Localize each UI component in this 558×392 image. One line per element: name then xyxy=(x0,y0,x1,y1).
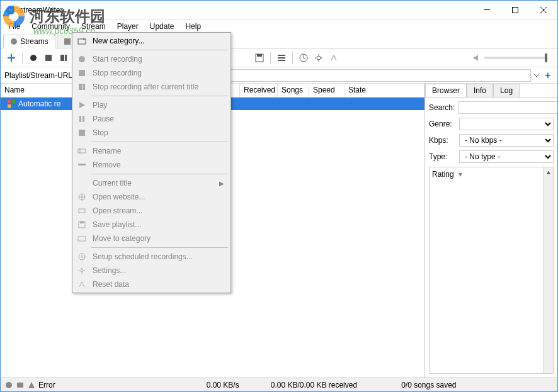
kbps-select[interactable]: - No kbps - xyxy=(459,134,554,147)
cm-stop-after[interactable]: Stop recording after current title xyxy=(74,80,229,94)
svg-rect-4 xyxy=(64,38,71,45)
schedule-button[interactable] xyxy=(297,51,310,65)
menu-update[interactable]: Update xyxy=(145,21,179,32)
gear-icon xyxy=(77,266,87,276)
row-name: Automatic re xyxy=(18,99,60,108)
close-button[interactable] xyxy=(529,1,557,19)
maximize-button[interactable] xyxy=(501,1,529,19)
svg-rect-34 xyxy=(79,209,85,213)
stop-icon xyxy=(77,128,87,138)
svg-rect-24 xyxy=(79,70,85,76)
add-button[interactable] xyxy=(4,51,18,65)
side-tab-info[interactable]: Info xyxy=(467,84,493,97)
record-button[interactable] xyxy=(26,51,40,65)
cm-reset[interactable]: Reset data xyxy=(74,277,229,291)
menu-file[interactable]: File xyxy=(3,21,25,32)
url-add-button[interactable]: + xyxy=(542,70,554,81)
status-icon-2 xyxy=(16,381,25,389)
window-title: streamWriter xyxy=(20,6,472,14)
app-icon xyxy=(6,5,16,15)
cm-new-category[interactable]: New category... xyxy=(74,34,229,48)
rating-label: Rating xyxy=(432,170,454,179)
toolbar-separator xyxy=(22,52,23,64)
record-icon xyxy=(77,54,87,64)
scroll-up-icon[interactable]: ▴ xyxy=(544,167,553,176)
svg-rect-29 xyxy=(79,130,85,136)
menubar: File Community Stream Player Update Help xyxy=(1,20,557,33)
svg-rect-17 xyxy=(12,100,15,103)
cm-stop-recording[interactable]: Stop recording xyxy=(74,66,229,80)
toolbar-separator xyxy=(270,52,271,64)
genre-label: Genre: xyxy=(429,120,455,128)
svg-point-20 xyxy=(6,382,12,388)
cm-move-category[interactable]: Move to category xyxy=(74,232,229,245)
col-songs[interactable]: Songs xyxy=(278,84,309,97)
volume-icon xyxy=(473,54,483,62)
cm-save-playlist[interactable]: Save playlist... xyxy=(74,218,229,232)
rename-icon xyxy=(77,146,87,156)
svg-point-39 xyxy=(81,269,83,272)
stop-rec-button[interactable] xyxy=(42,51,55,65)
rating-scrollbar[interactable]: ▴ xyxy=(543,167,553,373)
tab-streams-label: Streams xyxy=(20,37,48,46)
cm-settings[interactable]: Settings... xyxy=(74,264,229,277)
svg-rect-25 xyxy=(79,84,83,90)
svg-rect-10 xyxy=(257,54,262,57)
svg-rect-27 xyxy=(79,116,81,122)
remove-icon xyxy=(77,160,87,170)
toolbar-separator xyxy=(292,52,293,64)
playlist-button[interactable] xyxy=(275,51,288,65)
recordings-tab-icon xyxy=(64,38,71,45)
titlebar: streamWriter xyxy=(1,1,557,20)
reset-icon xyxy=(77,279,87,289)
svg-rect-26 xyxy=(83,84,85,90)
side-tab-log[interactable]: Log xyxy=(493,84,520,97)
cm-open-website[interactable]: Open website... xyxy=(74,190,229,204)
save-icon xyxy=(77,220,87,230)
cm-current-title[interactable]: Current title ▶ xyxy=(74,176,229,190)
cm-rename[interactable]: Rename xyxy=(74,144,229,158)
stop-after-button[interactable] xyxy=(57,51,71,65)
svg-point-15 xyxy=(317,56,321,60)
svg-rect-8 xyxy=(65,55,67,61)
svg-rect-1 xyxy=(484,9,490,10)
stream-icon xyxy=(77,206,87,216)
svg-rect-28 xyxy=(83,116,84,122)
menu-help[interactable]: Help xyxy=(180,21,206,32)
rating-dropdown-icon[interactable]: ▾ xyxy=(458,170,462,179)
save-button[interactable] xyxy=(253,51,266,65)
menu-player[interactable]: Player xyxy=(112,21,144,32)
tab-streams[interactable]: Streams xyxy=(3,35,55,48)
settings-button[interactable] xyxy=(312,51,326,65)
svg-rect-12 xyxy=(278,57,285,59)
cm-stop[interactable]: Stop xyxy=(74,126,229,140)
cm-play[interactable]: Play xyxy=(74,98,229,112)
rating-box: Rating ▾ ▴ xyxy=(429,167,554,374)
submenu-arrow-icon: ▶ xyxy=(219,180,224,187)
cm-pause[interactable]: Pause xyxy=(74,112,229,126)
status-received: 0.00 KB/0.00 KB received xyxy=(271,381,357,389)
svg-point-3 xyxy=(11,38,17,45)
col-speed[interactable]: Speed xyxy=(309,84,344,97)
search-input[interactable] xyxy=(458,101,558,114)
col-received[interactable]: Received xyxy=(240,84,278,97)
minimize-button[interactable] xyxy=(472,1,501,19)
type-select[interactable]: - No type - xyxy=(459,150,554,163)
cm-start-recording[interactable]: Start recording xyxy=(74,52,229,66)
menu-stream[interactable]: Stream xyxy=(76,21,111,32)
cm-remove[interactable]: Remove xyxy=(74,158,229,172)
genre-select[interactable] xyxy=(459,118,554,130)
col-state[interactable]: State xyxy=(344,84,424,97)
url-dropdown-icon[interactable] xyxy=(533,74,540,77)
cm-open-stream[interactable]: Open stream... xyxy=(74,204,229,218)
menu-community[interactable]: Community xyxy=(26,21,75,32)
clock-icon xyxy=(77,252,87,262)
svg-rect-21 xyxy=(17,383,23,388)
side-tab-browser[interactable]: Browser xyxy=(425,84,467,97)
side-tabs: Browser Info Log xyxy=(425,84,557,98)
cm-schedule[interactable]: Setup scheduled recordings... xyxy=(74,250,229,264)
reset-button[interactable] xyxy=(327,51,341,65)
volume-slider[interactable] xyxy=(484,57,547,59)
status-songs: 0/0 songs saved xyxy=(401,381,456,389)
svg-point-23 xyxy=(79,56,85,62)
